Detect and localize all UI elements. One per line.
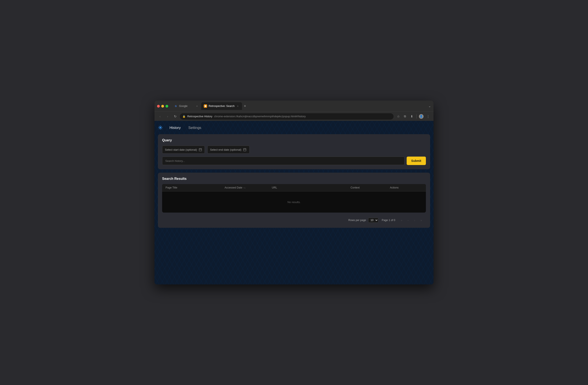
address-url: chrome-extension://kahcmjbnaccdbpnemeihm… [214,115,306,118]
separator [416,114,417,119]
search-row: Submit [162,157,426,165]
tab-google[interactable]: G Google × [172,102,201,110]
calendar-end-icon [243,148,247,151]
results-card: Search Results Page Title Accessed Date … [158,173,430,228]
tabs-row: G Google × 📋 Retrospective: Search × + ⌄ [172,102,431,110]
tab-retrospective-label: Retrospective: Search [209,105,235,108]
nav-link-history[interactable]: History [168,125,182,131]
app-logo-icon: ✳ [158,124,163,131]
results-table: Page Title Accessed Date ↑↓ URL Context [162,184,426,213]
col-accessed-date[interactable]: Accessed Date ↑↓ [221,184,268,191]
start-date-label: Select start date (optional) [165,148,197,151]
pagination-buttons: « ‹ › » [399,217,424,223]
nav-link-settings[interactable]: Settings [187,125,203,131]
submit-button[interactable]: Submit [407,157,426,165]
page-info: Page 1 of 0 [382,219,395,222]
start-date-input[interactable]: Select start date (optional) [162,146,205,154]
table-body: No results. [162,191,426,213]
tab-google-close[interactable]: × [195,104,199,108]
no-results-text: No results. [287,192,301,212]
reload-button[interactable]: ↻ [172,113,178,119]
col-context: Context [347,184,386,191]
new-tab-button[interactable]: + [242,103,248,109]
extensions-button[interactable]: ⧉ [402,113,408,119]
query-card: Query Select start date (optional) Selec… [158,134,430,169]
sort-icon: ↑↓ [243,187,245,189]
tab-retrospective-close[interactable]: × [236,104,239,108]
col-page-title: Page Title [162,184,221,191]
col-actions: Actions [387,184,426,191]
rows-per-page-label: Rows per page [348,219,366,222]
forward-button[interactable]: › [165,113,170,119]
google-favicon-icon: G [174,104,178,108]
back-button[interactable]: ‹ [157,113,163,119]
minimize-window-button[interactable] [161,105,164,108]
profile-button[interactable]: 👤 [418,113,424,119]
table-header: Page Title Accessed Date ↑↓ URL Context [162,184,426,191]
menu-button[interactable]: ⋮ [425,113,431,119]
tab-expand-icon[interactable]: ⌄ [428,104,431,108]
svg-rect-4 [244,149,246,151]
last-page-button[interactable]: » [418,217,424,223]
rows-per-page-control: Rows per page 10 25 50 [348,218,378,223]
profile-icon: 👤 [419,114,423,119]
svg-rect-0 [199,149,202,151]
title-bar: G Google × 📋 Retrospective: Search × + ⌄ [154,101,434,112]
tab-retrospective[interactable]: 📋 Retrospective: Search × [201,102,242,110]
maximize-window-button[interactable] [166,105,168,108]
lock-icon: 🔒 [182,115,186,118]
address-input[interactable]: 🔒 Retrospective History chrome-extension… [180,113,394,120]
next-page-button[interactable]: › [412,217,418,223]
close-window-button[interactable] [157,105,160,108]
results-title: Search Results [162,177,426,181]
end-date-input[interactable]: Select end date (optional) [207,146,250,154]
traffic-lights [157,105,168,108]
prev-page-button[interactable]: ‹ [405,217,411,223]
tab-google-label: Google [179,105,188,108]
address-actions: ☆ ⧉ ⬇ 👤 ⋮ [395,113,431,119]
rows-per-page-select[interactable]: 10 25 50 [368,218,378,223]
address-bar: ‹ › ↻ 🔒 Retrospective History chrome-ext… [154,112,434,121]
site-name: Retrospective History [187,115,212,118]
col-url: URL [268,184,347,191]
app-content: ✳ History Settings Query Select start da… [154,121,434,284]
first-page-button[interactable]: « [399,217,404,223]
app-nav: ✳ History Settings [158,121,430,134]
app-area: ✳ History Settings Query Select start da… [154,121,434,284]
pagination-row: Rows per page 10 25 50 Page 1 of 0 « ‹ ›… [162,215,426,223]
query-title: Query [162,138,426,142]
browser-window: G Google × 📋 Retrospective: Search × + ⌄… [154,101,434,284]
calendar-icon [199,148,202,151]
end-date-label: Select end date (optional) [210,148,241,151]
bookmark-button[interactable]: ☆ [395,113,401,119]
date-row: Select start date (optional) Select end … [162,146,426,154]
retro-favicon-icon: 📋 [204,104,207,108]
search-input[interactable] [162,157,404,165]
download-button[interactable]: ⬇ [409,113,415,119]
